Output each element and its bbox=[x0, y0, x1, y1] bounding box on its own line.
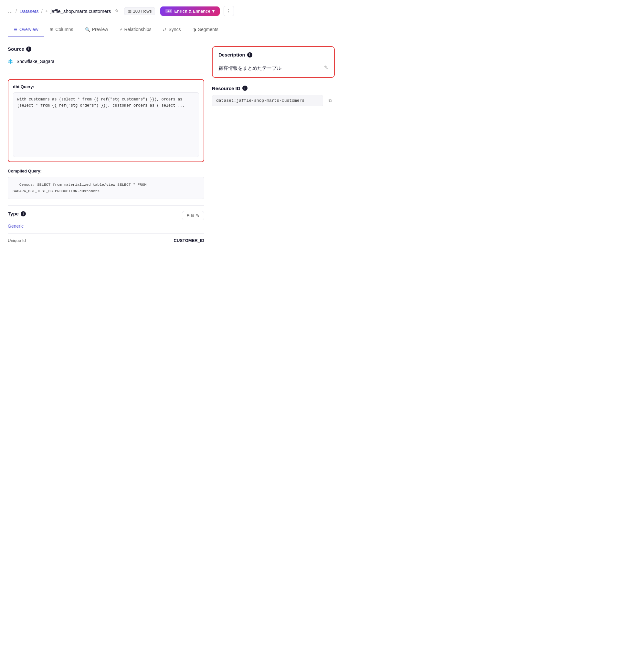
dataset-title: jaffle_shop.marts.customers bbox=[51, 8, 111, 14]
dbt-query-box: dbt Query: with customers as (select * f… bbox=[8, 79, 204, 162]
relationships-tab-label: Relationships bbox=[124, 27, 151, 32]
edit-btn-label: Edit bbox=[187, 213, 194, 218]
topbar: … / Datasets / + jaffle_shop.marts.custo… bbox=[0, 0, 343, 22]
edit-btn-icon: ✎ bbox=[196, 213, 199, 218]
syncs-tab-icon: ⇄ bbox=[163, 27, 166, 32]
rows-badge: ▦ 100 Rows bbox=[124, 7, 156, 15]
overview-tab-label: Overview bbox=[19, 27, 38, 32]
ai-badge: AI bbox=[166, 9, 172, 13]
compiled-query-code: -- Census: SELECT from materialized tabl… bbox=[8, 177, 204, 199]
tabs-bar: ☰ Overview ⊞ Columns 🔍 Preview ⑂ Relatio… bbox=[0, 22, 343, 37]
tab-segments[interactable]: ◑ Segments bbox=[187, 22, 224, 37]
tab-relationships[interactable]: ⑂ Relationships bbox=[114, 22, 157, 37]
breadcrumb-sep-2: / bbox=[41, 8, 42, 14]
columns-tab-label: Columns bbox=[55, 27, 73, 32]
resource-id-row: dataset:jaffle-shop-marts-customers ⧉ bbox=[212, 95, 335, 106]
description-info-icon[interactable]: i bbox=[247, 52, 252, 58]
title-edit-icon[interactable]: ✎ bbox=[115, 8, 119, 14]
breadcrumb-plus: + bbox=[45, 8, 48, 14]
enrich-enhance-button[interactable]: AI Enrich & Enhance ▾ bbox=[160, 6, 219, 16]
breadcrumb-datasets[interactable]: Datasets bbox=[19, 8, 38, 14]
tab-columns[interactable]: ⊞ Columns bbox=[44, 22, 79, 37]
left-column: Source i ❄ Snowflake_Sagara dbt Query: w… bbox=[8, 46, 204, 243]
dbt-query-label: dbt Query: bbox=[13, 84, 199, 89]
breadcrumb-sep-1: / bbox=[15, 8, 17, 14]
type-header: Type i Edit ✎ bbox=[8, 211, 204, 220]
source-section: Source i ❄ Snowflake_Sagara bbox=[8, 46, 204, 67]
unique-id-row: Unique Id CUSTOMER_ID bbox=[8, 233, 204, 243]
preview-tab-icon: 🔍 bbox=[85, 27, 90, 32]
description-text: 顧客情報をまとめたテーブル bbox=[218, 65, 281, 72]
main-content: Source i ❄ Snowflake_Sagara dbt Query: w… bbox=[0, 37, 343, 252]
tab-syncs[interactable]: ⇄ Syncs bbox=[157, 22, 186, 37]
copy-resource-id-button[interactable]: ⧉ bbox=[326, 96, 335, 105]
description-edit-icon[interactable]: ✎ bbox=[324, 65, 328, 71]
type-value: Generic bbox=[8, 223, 204, 229]
compiled-query-label: Compiled Query: bbox=[8, 169, 204, 174]
type-title: Type i bbox=[8, 211, 26, 216]
preview-tab-label: Preview bbox=[92, 27, 108, 32]
rows-count: 100 Rows bbox=[133, 9, 152, 14]
snowflake-icon: ❄ bbox=[8, 58, 13, 65]
unique-id-label: Unique Id bbox=[8, 238, 26, 243]
resource-id-info-icon[interactable]: i bbox=[242, 86, 248, 91]
description-content: 顧客情報をまとめたテーブル ✎ bbox=[218, 62, 328, 72]
type-edit-button[interactable]: Edit ✎ bbox=[182, 211, 204, 220]
unique-id-value: CUSTOMER_ID bbox=[174, 238, 204, 243]
ai-dropdown-icon: ▾ bbox=[212, 9, 214, 14]
type-section: Type i Edit ✎ Generic Unique Id CUSTOMER… bbox=[8, 211, 204, 243]
resource-id-value: dataset:jaffle-shop-marts-customers bbox=[212, 95, 323, 106]
source-title: Source i bbox=[8, 46, 204, 52]
source-item: ❄ Snowflake_Sagara bbox=[8, 56, 204, 67]
dbt-query-code-wrapper[interactable]: with customers as (select * from {{ ref(… bbox=[13, 92, 199, 157]
more-icon: ⋮ bbox=[226, 8, 232, 14]
compiled-query-section: Compiled Query: -- Census: SELECT from m… bbox=[8, 169, 204, 199]
columns-tab-icon: ⊞ bbox=[50, 27, 53, 32]
grid-icon: ▦ bbox=[128, 9, 131, 14]
breadcrumb-ellipsis[interactable]: … bbox=[8, 8, 13, 14]
type-info-icon[interactable]: i bbox=[21, 211, 26, 216]
more-options-button[interactable]: ⋮ bbox=[223, 6, 234, 16]
source-name: Snowflake_Sagara bbox=[16, 59, 55, 64]
description-title: Description i bbox=[218, 52, 328, 58]
resource-id-title: Resource ID i bbox=[212, 86, 335, 91]
divider-type bbox=[8, 205, 204, 206]
tab-overview[interactable]: ☰ Overview bbox=[8, 22, 44, 37]
dbt-query-code[interactable]: with customers as (select * from {{ ref(… bbox=[13, 93, 199, 157]
segments-tab-label: Segments bbox=[198, 27, 218, 32]
relationships-tab-icon: ⑂ bbox=[119, 27, 122, 32]
ai-btn-label: Enrich & Enhance bbox=[174, 9, 210, 14]
overview-tab-icon: ☰ bbox=[14, 27, 17, 32]
right-column: Description i 顧客情報をまとめたテーブル ✎ Resource I… bbox=[212, 46, 335, 243]
segments-tab-icon: ◑ bbox=[193, 27, 196, 32]
source-info-icon[interactable]: i bbox=[26, 46, 31, 52]
tab-preview[interactable]: 🔍 Preview bbox=[79, 22, 114, 37]
resource-id-section: Resource ID i dataset:jaffle-shop-marts-… bbox=[212, 86, 335, 106]
divider-source bbox=[8, 74, 204, 74]
description-box: Description i 顧客情報をまとめたテーブル ✎ bbox=[212, 46, 335, 78]
syncs-tab-label: Syncs bbox=[168, 27, 181, 32]
